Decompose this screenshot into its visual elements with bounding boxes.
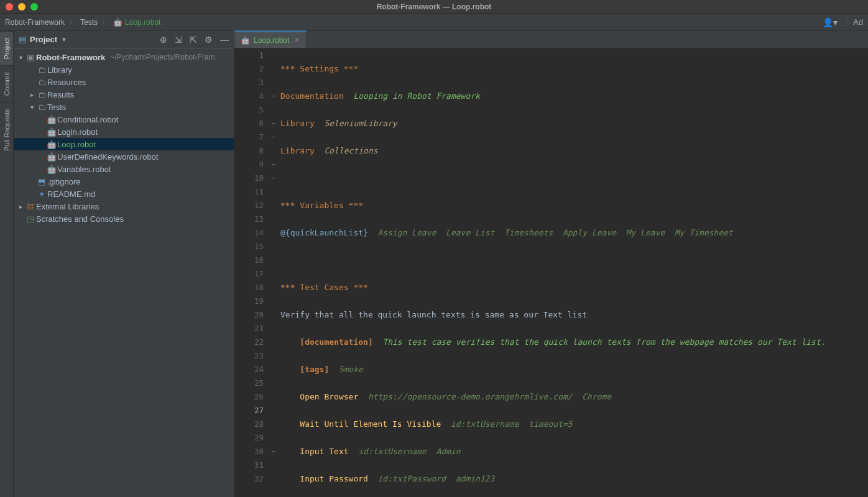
window-titlebar: Robot-Framework — Loop.robot [0, 0, 868, 14]
tree-label: Tests [47, 103, 66, 112]
project-scope-dropdown-icon[interactable]: ▼ [61, 36, 67, 43]
tree-file-robot[interactable]: 🤖 UserDefinedKeywords.robot [14, 150, 234, 163]
window-title: Robot-Framework — Loop.robot [0, 2, 868, 11]
tree-file-readme[interactable]: ▾ README.md [14, 188, 234, 200]
tree-external-libraries[interactable]: ▸ 𝍌 External Libraries [14, 200, 234, 212]
tool-tab-commit[interactable]: Commit [0, 65, 13, 102]
libraries-icon: 𝍌 [25, 202, 36, 211]
close-tab-icon[interactable]: ✕ [294, 36, 300, 44]
chevron-down-icon[interactable]: ▾ [16, 54, 25, 61]
fold-column[interactable]: ⌐ ⌐⌐ ⌐⌐⌐ [269, 48, 278, 497]
tree-file-robot-selected[interactable]: 🤖 Loop.robot [14, 138, 234, 150]
editor: 🤖 Loop.robot ✕ 1 2 3 4 5 6 7 8 9 10 11 1… [234, 31, 868, 497]
tree-root-path: ~/PycharmProjects/Robot-Fram [110, 53, 215, 62]
folder-icon: 🗀 [36, 90, 47, 99]
add-config-button[interactable]: Ad [846, 17, 863, 27]
robot-file-icon: 🤖 [46, 127, 57, 137]
tree-file-gitignore[interactable]: ⬒ .gitignore [14, 175, 234, 188]
tree-label: Resources [47, 78, 86, 87]
breadcrumb-sep-icon: 〉 [68, 17, 76, 28]
tree-label: Loop.robot [57, 140, 96, 149]
minimize-dot-icon[interactable] [18, 3, 25, 11]
tree-scratches[interactable]: ◳ Scratches and Consoles [14, 212, 234, 225]
markdown-icon: ▾ [36, 189, 47, 199]
tool-tab-pull-requests[interactable]: Pull Requests [0, 102, 13, 157]
tree-label: Library [47, 65, 72, 75]
expand-icon[interactable]: ⇲ [175, 35, 182, 45]
tree-folder-library[interactable]: 🗀 Library [14, 63, 234, 76]
close-dot-icon[interactable] [6, 3, 13, 11]
tree-label: Results [47, 90, 74, 99]
collapse-icon[interactable]: ⇱ [190, 35, 197, 45]
settings-icon[interactable]: ⚙ [205, 35, 213, 45]
tree-label: Variables.robot [57, 165, 111, 174]
left-tool-strip: Project Commit Pull Requests [0, 31, 14, 497]
maximize-dot-icon[interactable] [30, 3, 38, 11]
robot-file-icon: 🤖 [46, 115, 57, 124]
tree-label: README.md [47, 189, 95, 199]
chevron-right-icon[interactable]: ▸ [27, 91, 36, 98]
robot-file-icon: 🤖 [46, 165, 57, 174]
gitignore-icon: ⬒ [36, 177, 47, 186]
tree-label: Conditional.robot [57, 115, 118, 124]
folder-icon: ▣ [25, 53, 36, 62]
robot-file-icon: 🤖 [241, 36, 250, 45]
folder-icon: 🗀 [36, 65, 47, 75]
chevron-right-icon[interactable]: ▸ [16, 203, 25, 210]
project-tree[interactable]: ▾ ▣ Robot-Framework ~/PycharmProjects/Ro… [14, 48, 234, 497]
folder-icon: 🗀 [36, 78, 47, 87]
tree-label: Robot-Framework [36, 53, 105, 62]
tree-folder-resources[interactable]: 🗀 Resources [14, 76, 234, 88]
user-icon[interactable]: 👤▾ [823, 17, 838, 27]
breadcrumb-folder[interactable]: Tests [80, 18, 98, 27]
line-number-gutter[interactable]: 1 2 3 4 5 6 7 8 9 10 11 12 13 14 15 16 1… [234, 48, 269, 497]
breadcrumb-file[interactable]: Loop.robot [125, 18, 160, 27]
project-scope-icon: ▤ [19, 35, 26, 44]
breadcrumb-sep-icon: 〉 [101, 17, 109, 28]
chevron-down-icon[interactable]: ▾ [27, 104, 36, 111]
tree-label: Scratches and Consoles [36, 214, 124, 224]
project-tool-window: ▤ Project ▼ ⊕ ⇲ ⇱ ⚙ — ▾ ▣ Robot-Framewor… [14, 31, 234, 497]
tree-root[interactable]: ▾ ▣ Robot-Framework ~/PycharmProjects/Ro… [14, 51, 234, 63]
editor-tab-loop[interactable]: 🤖 Loop.robot ✕ [234, 30, 307, 48]
project-scope-label[interactable]: Project [30, 35, 57, 44]
editor-tabbar: 🤖 Loop.robot ✕ [234, 31, 868, 48]
tree-folder-results[interactable]: ▸ 🗀 Results [14, 88, 234, 101]
tree-label: External Libraries [36, 202, 99, 211]
robot-file-icon: 🤖 [46, 140, 57, 149]
scratches-icon: ◳ [25, 214, 36, 224]
editor-tab-label: Loop.robot [254, 36, 289, 45]
hide-icon[interactable]: — [220, 35, 229, 45]
folder-icon: 🗀 [36, 103, 47, 112]
breadcrumb-project[interactable]: Robot-Framework [5, 18, 65, 27]
locate-icon[interactable]: ⊕ [160, 35, 167, 45]
breadcrumb-bar: Robot-Framework 〉 Tests 〉 🤖 Loop.robot 👤… [0, 14, 868, 31]
code-editor[interactable]: *** Settings *** Documentation Looping i… [278, 48, 868, 497]
tree-file-robot[interactable]: 🤖 Conditional.robot [14, 113, 234, 125]
breadcrumb-file-icon: 🤖 [113, 18, 122, 27]
tree-file-robot[interactable]: 🤖 Variables.robot [14, 163, 234, 175]
tree-label: Login.robot [57, 127, 98, 137]
tree-file-robot[interactable]: 🤖 Login.robot [14, 125, 234, 138]
tool-tab-project[interactable]: Project [0, 31, 13, 65]
robot-file-icon: 🤖 [46, 152, 57, 162]
tree-label: .gitignore [47, 177, 80, 186]
tree-label: UserDefinedKeywords.robot [57, 152, 159, 162]
tree-folder-tests[interactable]: ▾ 🗀 Tests [14, 101, 234, 113]
